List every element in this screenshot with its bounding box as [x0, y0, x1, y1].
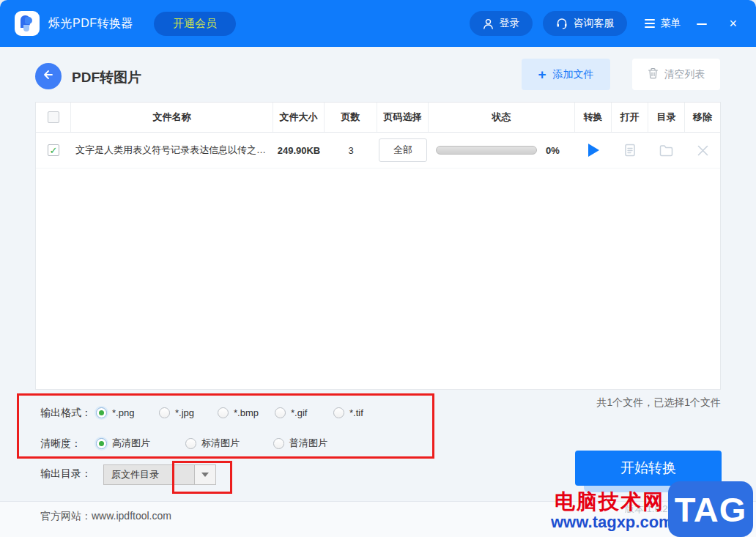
- minimize-button[interactable]: [691, 15, 713, 32]
- file-table: 文件名称 文件大小 页数 页码选择 状态 转换 打开 目录 移除 ✓ 文字是人类…: [35, 102, 721, 390]
- radio-icon: [159, 407, 170, 418]
- quality-row: 清晰度： 高清图片 标清图片 普清图片: [0, 435, 542, 451]
- customer-support-button[interactable]: 咨询客服: [543, 11, 627, 36]
- progress-bar: [436, 146, 537, 155]
- col-directory: 目录: [648, 103, 685, 132]
- col-pages: 页数: [325, 103, 377, 132]
- close-button[interactable]: ×: [723, 15, 743, 32]
- row-checkbox[interactable]: ✓: [48, 144, 59, 156]
- app-title: 烁光PDF转换器: [48, 16, 133, 32]
- user-icon: [483, 18, 494, 29]
- official-website: 官方网站：www.ipdftool.com: [40, 510, 171, 523]
- radio-icon: [273, 438, 284, 449]
- clear-list-label: 清空列表: [664, 68, 705, 81]
- app-window: 烁光PDF转换器 开通会员 登录 咨询客服 菜单 ×: [0, 0, 756, 537]
- output-format-label: 输出格式：: [40, 404, 92, 421]
- support-label: 咨询客服: [573, 17, 614, 30]
- page-select-button[interactable]: 全部: [379, 138, 427, 162]
- file-count-summary: 共1个文件，已选择1个文件: [596, 396, 721, 410]
- radio-icon: [218, 407, 229, 418]
- select-all-cell: [36, 103, 71, 132]
- quality-option-sd[interactable]: 标清图片: [185, 435, 240, 451]
- output-directory-label: 输出目录：: [40, 467, 92, 481]
- status-cell: 0%: [429, 145, 575, 156]
- open-file-icon[interactable]: [623, 144, 637, 157]
- watermark-site-name: 电脑技术网: [555, 488, 664, 516]
- col-filesize: 文件大小: [273, 103, 325, 132]
- radio-icon: [333, 407, 344, 418]
- plus-icon: +: [538, 67, 546, 81]
- file-pages: 3: [325, 133, 377, 168]
- output-directory-select[interactable]: 原文件目录: [103, 464, 216, 485]
- col-status: 状态: [429, 103, 575, 132]
- back-button[interactable]: [35, 63, 62, 89]
- col-filename: 文件名称: [71, 103, 273, 132]
- table-row: ✓ 文字是人类用表义符号记录表达信息以传之久远的... 249.90KB 3 全…: [36, 133, 720, 168]
- table-header: 文件名称 文件大小 页数 页码选择 状态 转换 打开 目录 移除: [36, 103, 720, 133]
- hamburger-icon: [645, 19, 655, 28]
- add-files-label: 添加文件: [553, 68, 594, 81]
- radio-icon: [275, 407, 286, 418]
- radio-selected-icon: [96, 438, 107, 449]
- quality-option-hd[interactable]: 高清图片: [96, 435, 150, 451]
- login-button[interactable]: 登录: [470, 11, 533, 36]
- quality-option-normal[interactable]: 普清图片: [273, 435, 327, 451]
- page-title: PDF转图片: [72, 68, 141, 87]
- radio-selected-icon: [96, 407, 107, 418]
- format-option-bmp[interactable]: *.bmp: [218, 404, 259, 421]
- app-logo-icon: [15, 11, 40, 36]
- menu-button[interactable]: 菜单: [645, 17, 681, 30]
- trash-icon: [648, 67, 659, 81]
- format-option-gif[interactable]: *.gif: [275, 404, 307, 421]
- quality-label: 清晰度：: [40, 435, 81, 451]
- output-format-row: 输出格式： *.png *.jpg *.bmp *.gif *.tif: [0, 404, 542, 421]
- col-open: 打开: [612, 103, 648, 132]
- add-files-button[interactable]: + 添加文件: [522, 59, 610, 90]
- back-arrow-icon: [42, 70, 54, 83]
- format-option-png[interactable]: *.png: [96, 404, 134, 421]
- col-pageselect: 页码选择: [377, 103, 429, 132]
- login-label: 登录: [499, 17, 519, 30]
- convert-play-icon[interactable]: [588, 144, 599, 157]
- start-convert-button[interactable]: 开始转换: [575, 451, 722, 486]
- output-directory-row: 输出目录： 原文件目录: [0, 464, 293, 485]
- headset-icon: [556, 18, 568, 29]
- col-remove: 移除: [685, 103, 720, 132]
- output-directory-value: 原文件目录: [104, 465, 194, 484]
- file-name: 文字是人类用表义符号记录表达信息以传之久远的...: [71, 133, 273, 168]
- radio-icon: [185, 438, 196, 449]
- menu-label: 菜单: [660, 17, 681, 30]
- file-size: 249.90KB: [273, 133, 325, 168]
- remove-file-icon[interactable]: [697, 144, 709, 157]
- format-option-tif[interactable]: *.tif: [333, 404, 363, 421]
- chevron-down-icon: [201, 473, 209, 477]
- select-all-checkbox[interactable]: [48, 111, 59, 123]
- vip-membership-button[interactable]: 开通会员: [154, 12, 236, 36]
- titlebar: 烁光PDF转换器 开通会员 登录 咨询客服 菜单 ×: [0, 0, 756, 47]
- dropdown-arrow-button[interactable]: [194, 465, 215, 484]
- watermark-site-url: www.tagxp.com: [551, 513, 673, 532]
- minimize-icon: [697, 23, 707, 25]
- open-folder-icon[interactable]: [659, 144, 674, 157]
- progress-percent: 0%: [546, 145, 560, 156]
- watermark-tag-badge: TAG: [668, 481, 753, 537]
- col-convert: 转换: [575, 103, 612, 132]
- format-option-jpg[interactable]: *.jpg: [159, 404, 194, 421]
- clear-list-button[interactable]: 清空列表: [632, 59, 720, 90]
